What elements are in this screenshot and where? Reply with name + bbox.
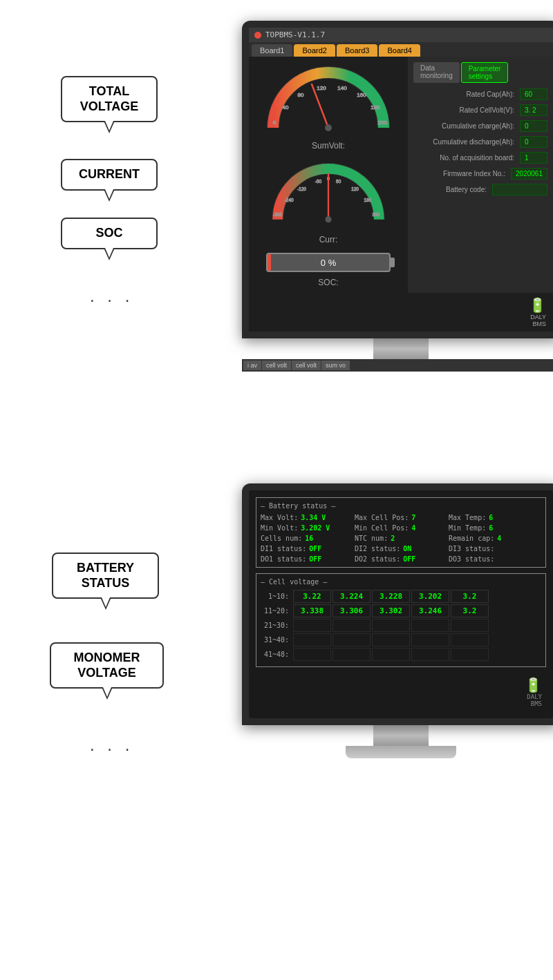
max-temp: Max Temp: 6 (449, 514, 541, 521)
soc-label: SOC (95, 226, 122, 240)
monitor-stand-2 (373, 725, 429, 746)
param-value-3: 0 (520, 136, 547, 148)
sum-volt-label: SumVolt: (312, 141, 345, 151)
daly-logo-1: 🔋 DALY BMS (256, 297, 546, 327)
param-value-6 (492, 184, 547, 195)
dots-1: · · · (90, 290, 133, 309)
monitor-2: — Battery status — Max Volt: 3.34 V Max … (242, 483, 553, 758)
remain-cap: Remain cap: 4 (449, 535, 541, 542)
battery-status-bubble: BATTERY STATUS (52, 553, 159, 599)
svg-text:140: 140 (337, 85, 347, 91)
soc-bubble: SOC (61, 218, 158, 249)
svg-text:160: 160 (357, 92, 366, 98)
cell-row-21-30: 21~30: (261, 619, 541, 632)
param-label-1: Rated CellVolt(V): (413, 106, 517, 114)
titlebar: TOPBMS-V1.1.7 (249, 28, 553, 42)
param-label-0: Rated Cap(Ah): (413, 90, 517, 98)
cell-row-41-48: 41~48: (261, 648, 541, 661)
footer-tab-2[interactable]: cell volt (292, 361, 321, 370)
svg-text:60: 60 (336, 179, 341, 184)
soc-bar: 0 % (266, 253, 391, 272)
sub-tabs: Data monitoring Parameter settings (413, 62, 547, 83)
monomer-voltage-label: MONOMER VOLTAGE (74, 651, 140, 680)
param-label-6: Battery code: (413, 186, 489, 193)
svg-text:300: 300 (372, 212, 379, 217)
param-label-4: No. of acquisition board: (413, 154, 517, 162)
svg-text:-120: -120 (297, 186, 306, 191)
bms-content: 0 40 80 120 140 160 180 200 SumVolt: (249, 57, 553, 293)
total-voltage-label: TOTAL VOLTAGE (80, 84, 138, 113)
di1-status: DI1 status: OFF (261, 545, 353, 553)
voltage-gauge: 0 40 80 120 140 160 180 200 (259, 62, 397, 138)
param-value-0: 60 (520, 88, 547, 100)
svg-text:180: 180 (371, 104, 380, 111)
param-firmware-index: Firmware Index No.: 2020061 (413, 168, 547, 180)
svg-text:0: 0 (273, 119, 276, 126)
tab-board3[interactable]: Board3 (337, 44, 377, 57)
cells-num: Cells num: 16 (261, 535, 353, 542)
current-bubble: CURRENT (61, 159, 158, 191)
footer-tab-3[interactable]: sum vo (321, 361, 350, 370)
svg-text:-240: -240 (285, 198, 294, 202)
svg-text:80: 80 (298, 92, 304, 98)
soc-percent: 0 % (268, 258, 389, 268)
monitor-body-1: TOPBMS-V1.1.7 Board1 Board2 Board3 Board… (242, 21, 553, 338)
param-value-4: 1 (520, 152, 547, 164)
footer-tab-1[interactable]: cell volt (262, 361, 291, 370)
param-rated-cap: Rated Cap(Ah): 60 (413, 88, 547, 100)
footer-tab-0[interactable]: i av (243, 361, 261, 370)
cell-row-1-10: 1~10: 3.22 3.224 3.228 3.202 3.2 (261, 590, 541, 603)
monitor-stand-1 (373, 338, 429, 359)
do3-status: DO3 status: (449, 555, 541, 563)
total-voltage-bubble: TOTAL VOLTAGE (61, 76, 158, 122)
tab-board2[interactable]: Board2 (294, 44, 335, 57)
svg-text:120: 120 (351, 186, 359, 191)
battery-status-grid: Max Volt: 3.34 V Max Cell Pos: 7 Max Tem… (261, 514, 541, 563)
cell-voltage-title: — Cell voltage — (261, 578, 541, 586)
parameters-panel: Data monitoring Parameter settings Rated… (408, 57, 553, 293)
param-cumulative-charge: Cumulative charge(Ah): 0 (413, 120, 547, 132)
battery-status-label: BATTERY STATUS (77, 561, 134, 590)
subtab-parameter-settings[interactable]: Parameter settings (461, 62, 509, 83)
param-acquisition-board: No. of acquisition board: 1 (413, 152, 547, 164)
battery-screen: — Battery status — Max Volt: 3.34 V Max … (249, 490, 553, 718)
min-volt: Min Volt: 3.202 V (261, 524, 353, 532)
param-value-1: 3. 2 (520, 104, 547, 116)
monitor-body-2: — Battery status — Max Volt: 3.34 V Max … (242, 483, 553, 725)
ntc-num: NTC num: 2 (355, 535, 447, 542)
min-cell-pos: Min Cell Pos: 4 (355, 524, 447, 532)
svg-text:180: 180 (364, 198, 371, 202)
board-tabs: Board1 Board2 Board3 Board4 (249, 42, 553, 57)
dots-2: · · · (90, 739, 133, 758)
svg-point-20 (325, 216, 331, 222)
svg-text:-300: -300 (273, 212, 282, 217)
subtab-data-monitoring[interactable]: Data monitoring (413, 62, 460, 83)
tab-board4[interactable]: Board4 (379, 44, 420, 57)
svg-text:40: 40 (283, 104, 289, 111)
battery-status-title: — Battery status — (261, 502, 541, 510)
gauges-panel: 0 40 80 120 140 160 180 200 SumVolt: (249, 57, 408, 293)
param-label-3: Cumulative discharge(Ah): (413, 138, 517, 146)
monitor-base-2 (346, 746, 456, 758)
soc-label-display: SOC: (318, 278, 338, 287)
max-volt: Max Volt: 3.34 V (261, 514, 353, 521)
param-cumulative-discharge: Cumulative discharge(Ah): 0 (413, 136, 547, 148)
max-cell-pos: Max Cell Pos: 7 (355, 514, 447, 521)
param-label-2: Cumulative charge(Ah): (413, 122, 517, 130)
min-temp: Min Temp: 6 (449, 524, 541, 532)
cell-row-31-40: 31~40: (261, 633, 541, 646)
svg-text:200: 200 (377, 119, 387, 126)
tab-board1[interactable]: Board1 (252, 44, 292, 57)
curr-label: Curr: (319, 235, 338, 244)
daly-logo-2: 🔋 DALY BMS (256, 673, 546, 711)
svg-text:120: 120 (317, 85, 326, 91)
footer-tabs: i av cell volt cell volt sum vo (242, 359, 553, 372)
do1-status: DO1 status: OFF (261, 555, 353, 563)
param-value-2: 0 (520, 120, 547, 132)
svg-point-9 (325, 124, 332, 131)
current-label: CURRENT (79, 167, 140, 181)
do2-status: DO2 status: OFF (355, 555, 447, 563)
monomer-voltage-bubble: MONOMER VOLTAGE (50, 642, 164, 689)
param-rated-cell-volt: Rated CellVolt(V): 3. 2 (413, 104, 547, 116)
soc-bar-container: 0 % (266, 253, 391, 272)
